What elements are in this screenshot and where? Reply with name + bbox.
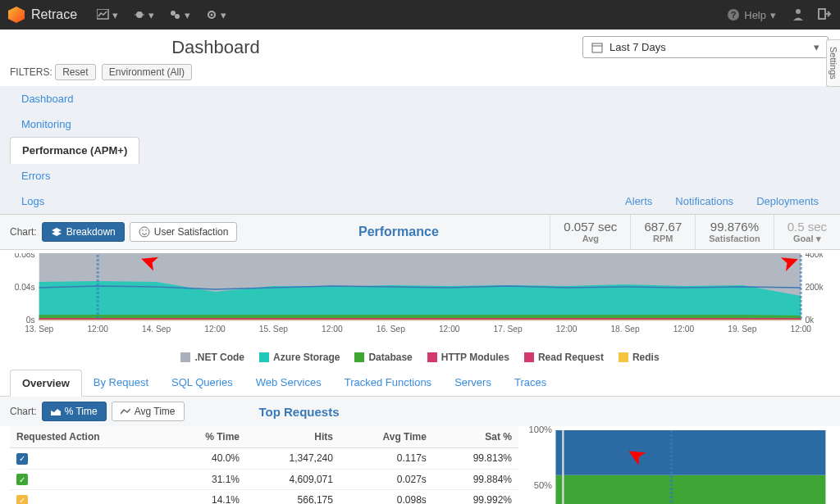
legend-database[interactable]: Database: [354, 352, 412, 363]
tab-logs[interactable]: Logs: [10, 188, 139, 214]
subtab-servers[interactable]: Servers: [443, 370, 503, 396]
user-satisfaction-button[interactable]: User Satisfaction: [130, 222, 238, 242]
svg-text:19. Sep: 19. Sep: [728, 325, 757, 334]
legend-azure-storage[interactable]: Azure Storage: [259, 352, 340, 363]
svg-point-5: [175, 14, 180, 19]
stack-icon[interactable]: ▾: [169, 9, 190, 21]
svg-rect-12: [592, 43, 602, 52]
date-range-label: Last 7 Days: [609, 41, 666, 53]
svg-text:12:00: 12:00: [673, 325, 695, 334]
top-requests-title: Top Requests: [0, 405, 710, 419]
bug-icon[interactable]: ▾: [133, 9, 154, 21]
svg-text:100%: 100%: [529, 426, 553, 434]
svg-text:18. Sep: 18. Sep: [610, 325, 640, 334]
logo-icon: [8, 7, 25, 23]
tab-alerts[interactable]: Alerts: [614, 188, 664, 214]
svg-text:12:00: 12:00: [204, 325, 226, 334]
svg-text:12:00: 12:00: [556, 325, 578, 334]
chart-icon[interactable]: ▾: [97, 9, 118, 21]
svg-point-7: [211, 14, 213, 16]
chart-bar: Chart: Breakdown User Satisfaction Perfo…: [0, 215, 840, 250]
svg-text:12:00: 12:00: [439, 325, 460, 334]
svg-point-14: [139, 227, 149, 237]
help-label: Help: [744, 9, 766, 21]
table-row[interactable]: ✓31.1%4,609,0710.027s99.884%: [10, 469, 518, 490]
subtab-sql-queries[interactable]: SQL Queries: [160, 370, 244, 396]
svg-text:17. Sep: 17. Sep: [494, 325, 523, 334]
legend-http-modules[interactable]: HTTP Modules: [427, 352, 509, 363]
col--time[interactable]: % Time: [168, 426, 246, 448]
reset-button[interactable]: Reset: [55, 64, 95, 80]
titlebar: Dashboard Last 7 Days ▾: [0, 30, 840, 63]
logout-icon[interactable]: [817, 7, 832, 24]
settings-tab[interactable]: Settings: [826, 39, 840, 87]
svg-point-4: [171, 11, 176, 16]
svg-text:0.04s: 0.04s: [15, 283, 35, 292]
svg-text:?: ?: [731, 10, 737, 20]
svg-text:50%: 50%: [534, 481, 553, 490]
tab-performance-apm-[interactable]: Performance (APM+): [10, 137, 139, 164]
filters-bar: FILTERS: Reset Environment (All): [0, 63, 840, 86]
breakdown-button[interactable]: Breakdown: [42, 222, 125, 242]
svg-text:12:00: 12:00: [322, 325, 343, 334]
environment-filter[interactable]: Environment (All): [102, 64, 192, 80]
svg-point-16: [145, 229, 147, 231]
brand-logo[interactable]: Retrace: [8, 7, 77, 23]
date-range-picker[interactable]: Last 7 Days ▾: [582, 36, 829, 58]
performance-chart: 0s0.04s0.08s0k200k400k13. Sep12:0014. Se…: [0, 250, 840, 348]
tab-dashboard[interactable]: Dashboard: [10, 86, 139, 111]
topbar: Retrace ▾ ▾ ▾ ▾ ? Help ▾: [0, 0, 840, 30]
table-row[interactable]: ✓14.1%566,1750.098s99.992%: [10, 490, 518, 505]
tab-errors[interactable]: Errors: [10, 163, 139, 188]
col-requested-action[interactable]: Requested Action: [10, 426, 168, 448]
svg-text:12:00: 12:00: [87, 325, 108, 334]
subtab-traces[interactable]: Traces: [503, 370, 558, 396]
top-requests-chart: 0%50%100%13. Sep12:0014. Sep12:00 ➤: [528, 426, 830, 504]
metric-avg: 0.057 secAvg: [550, 215, 630, 249]
user-icon[interactable]: [791, 7, 806, 24]
col-sat-[interactable]: Sat %: [433, 426, 518, 448]
svg-text:0s: 0s: [26, 316, 35, 325]
svg-text:13. Sep: 13. Sep: [25, 325, 54, 334]
svg-point-1: [136, 11, 143, 18]
svg-point-15: [142, 229, 144, 231]
legend-read-request[interactable]: Read Request: [524, 352, 604, 363]
col-hits[interactable]: Hits: [246, 426, 340, 448]
svg-text:12:00: 12:00: [791, 325, 812, 334]
table-row[interactable]: ✓40.0%1,347,2400.117s99.813%: [10, 448, 518, 470]
smile-icon: [139, 226, 150, 238]
metric-satisfaction: 99.876%Satisfaction: [695, 215, 773, 249]
subtab-by-request[interactable]: By Request: [82, 370, 160, 396]
svg-text:14. Sep: 14. Sep: [142, 325, 171, 334]
col-avg-time[interactable]: Avg Time: [340, 426, 433, 448]
subtab-overview[interactable]: Overview: [10, 370, 82, 397]
svg-point-10: [796, 9, 801, 14]
calendar-icon: [591, 42, 603, 53]
chart-legend: .NET CodeAzure StorageDatabaseHTTP Modul…: [0, 348, 840, 370]
svg-rect-11: [819, 9, 825, 19]
svg-text:0k: 0k: [805, 316, 815, 325]
metric-rpm: 687.67RPM: [630, 215, 695, 249]
brand-name: Retrace: [31, 7, 77, 22]
page-title: Dashboard: [11, 37, 420, 58]
tab-notifications[interactable]: Notifications: [664, 188, 745, 214]
main-tabs: DashboardMonitoringPerformance (APM+)Err…: [0, 86, 840, 215]
subtab-web-services[interactable]: Web Services: [244, 370, 333, 396]
tab-monitoring[interactable]: Monitoring: [10, 111, 139, 137]
legend-redis[interactable]: Redis: [619, 352, 660, 363]
legend--net-code[interactable]: .NET Code: [180, 352, 244, 363]
svg-text:16. Sep: 16. Sep: [377, 325, 406, 334]
subtab-tracked-functions[interactable]: Tracked Functions: [333, 370, 443, 396]
sub-tabs: OverviewBy RequestSQL QueriesWeb Service…: [0, 370, 840, 397]
filters-label: FILTERS:: [10, 66, 52, 78]
chevron-down-icon: ▾: [814, 41, 819, 53]
metric-goal: 0.5 secGoal ▾: [774, 215, 840, 249]
top-requests-header: Chart: % Time Avg Time Top Requests: [0, 397, 840, 426]
svg-text:400k: 400k: [805, 253, 824, 259]
help-link[interactable]: ? Help ▾: [727, 8, 776, 21]
gear-icon[interactable]: ▾: [205, 9, 226, 21]
chart-label: Chart:: [10, 226, 37, 238]
svg-text:15. Sep: 15. Sep: [259, 325, 289, 334]
tab-deployments[interactable]: Deployments: [745, 188, 830, 214]
svg-text:0.08s: 0.08s: [15, 253, 35, 259]
